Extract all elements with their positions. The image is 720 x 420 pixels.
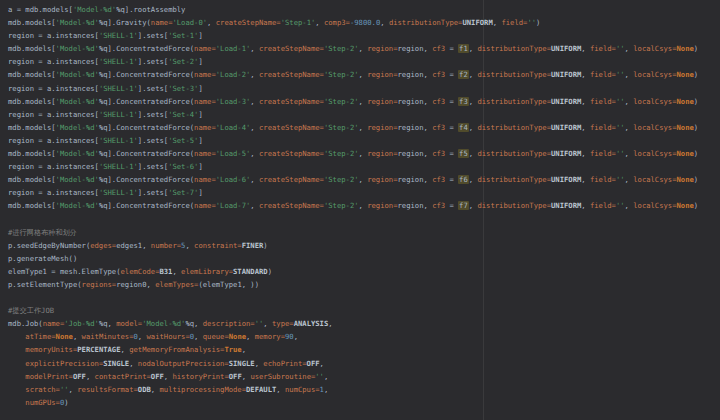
code-token <box>8 398 25 407</box>
code-token: , <box>194 332 203 341</box>
code-line[interactable]: a = mdb.models['Model-%d'%q].rootAssembl… <box>8 3 720 16</box>
code-line[interactable]: modelPrint=OFF, contactPrint=OFF, histor… <box>8 370 720 383</box>
code-token: region = a.instances[ <box>8 188 99 197</box>
code-token: mdb.models[ <box>8 44 56 53</box>
code-token: region, <box>398 70 433 79</box>
code-line[interactable]: mdb.models['Model-%d'%q].ConcentratedFor… <box>8 121 720 134</box>
code-line[interactable]: region = a.instances['SHELL-1'].sets['Se… <box>8 29 720 42</box>
code-token: localCsys= <box>633 123 676 132</box>
code-token: True <box>224 345 241 354</box>
code-token: name= <box>194 175 216 184</box>
code-token: None <box>677 123 694 132</box>
highlighted-variable-token: f2 <box>458 70 469 79</box>
code-token: None <box>677 175 694 184</box>
code-token: ] <box>198 110 202 119</box>
code-token: name= <box>151 18 173 27</box>
code-line[interactable]: region = a.instances['SHELL-1'].sets['Se… <box>8 82 720 95</box>
code-token: edges1, <box>116 241 151 250</box>
code-line[interactable]: mdb.Job(name='Job-%d'%q, model='Model-%d… <box>8 317 720 330</box>
code-token: , <box>250 149 259 158</box>
code-token: , <box>359 201 368 210</box>
code-line[interactable]: mdb.models['Model-%d'%q].ConcentratedFor… <box>8 147 720 160</box>
code-token: localCsys= <box>633 70 676 79</box>
code-line[interactable]: mdb.models['Model-%d'%q].ConcentratedFor… <box>8 68 720 81</box>
code-token: region= <box>367 175 397 184</box>
code-token: %q].ConcentratedForce( <box>99 44 194 53</box>
code-token: 'Set-7' <box>168 188 198 197</box>
code-token: cf3 <box>432 123 445 132</box>
code-token: None <box>229 332 246 341</box>
code-editor[interactable]: a = mdb.models['Model-%d'%q].rootAssembl… <box>0 0 720 420</box>
code-token: mdb.models[ <box>8 97 56 106</box>
code-token: ] <box>198 84 202 93</box>
code-line[interactable]: mdb.models['Model-%d'%q].ConcentratedFor… <box>8 95 720 108</box>
code-token: region= <box>367 44 397 53</box>
code-line[interactable]: atTime=None, waitMinutes=0, waitHours=0,… <box>8 330 720 343</box>
highlighted-variable-token: f1 <box>458 44 469 53</box>
code-token: 'SHELL-1' <box>99 110 138 119</box>
code-line[interactable]: p.generateMesh() <box>8 252 720 265</box>
code-token: ] <box>198 162 202 171</box>
code-token: UNIFORM <box>551 149 581 158</box>
code-token: 'Load-6' <box>216 175 251 184</box>
code-line[interactable]: p.seedEdgeByNumber(edges=edges1, number=… <box>8 239 720 252</box>
code-token: 'Model-%d' <box>56 149 99 158</box>
code-token: UNIFORM <box>551 123 581 132</box>
code-line[interactable]: mdb.models['Model-%d'%q].ConcentratedFor… <box>8 42 720 55</box>
code-token: field= <box>590 175 616 184</box>
code-token: %q, <box>99 319 116 328</box>
code-line[interactable]: elemType1 = mesh.ElemType(elemCode=B31, … <box>8 265 720 278</box>
code-line[interactable]: explicitPrecision=SINGLE, nodalOutputPre… <box>8 357 720 370</box>
code-line[interactable]: scratch='', resultsFormat=ODB, multiproc… <box>8 383 720 396</box>
code-token: ) <box>694 44 698 53</box>
code-token: '' <box>616 175 625 184</box>
code-line[interactable] <box>8 291 720 304</box>
code-line[interactable]: mdb.models['Model-%d'%q].ConcentratedFor… <box>8 173 720 186</box>
code-line[interactable]: #进行网格布种和划分 <box>8 226 720 239</box>
code-token: = <box>445 201 458 210</box>
code-token: memory= <box>255 332 285 341</box>
code-token: , <box>328 319 332 328</box>
code-line[interactable]: region = a.instances['SHELL-1'].sets['Se… <box>8 134 720 147</box>
code-token: , <box>581 149 590 158</box>
code-line[interactable]: mdb.models['Model-%d'%q].Gravity(name='L… <box>8 16 720 29</box>
code-token: FINER <box>242 241 264 250</box>
code-line[interactable]: #提交工作JOB <box>8 304 720 317</box>
code-token: 'Model-%d' <box>56 97 99 106</box>
code-line[interactable] <box>8 213 720 226</box>
code-token: '' <box>616 70 625 79</box>
code-token: , <box>625 97 634 106</box>
code-line[interactable]: region = a.instances['SHELL-1'].sets['Se… <box>8 186 720 199</box>
code-token: mdb.models[ <box>8 175 56 184</box>
code-token: createStepName= <box>259 175 324 184</box>
code-line[interactable]: region = a.instances['SHELL-1'].sets['Se… <box>8 160 720 173</box>
code-token: atTime= <box>25 332 55 341</box>
code-token: UNIFORM <box>551 201 581 210</box>
code-token: 'Set-4' <box>168 110 198 119</box>
code-line[interactable]: numGPUs=0) <box>8 396 720 409</box>
code-token: region = a.instances[ <box>8 84 99 93</box>
code-token: DEFAULT <box>246 385 276 394</box>
code-token: None <box>677 70 694 79</box>
code-token: 'Load-5' <box>216 149 251 158</box>
code-line[interactable]: region = a.instances['SHELL-1'].sets['Se… <box>8 108 720 121</box>
code-token: , <box>625 70 634 79</box>
code-line[interactable]: memoryUnits=PERCENTAGE, getMemoryFromAna… <box>8 343 720 356</box>
code-line[interactable]: p.setElementType(regions=region0, elemTy… <box>8 278 720 291</box>
code-token: description= <box>203 319 255 328</box>
code-token: 'Model-%d' <box>56 70 99 79</box>
code-line[interactable]: region = a.instances['SHELL-1'].sets['Se… <box>8 55 720 68</box>
code-token: None <box>677 201 694 210</box>
highlighted-variable-token: f5 <box>458 149 469 158</box>
code-token: ] <box>198 31 202 40</box>
code-token: , <box>86 372 95 381</box>
code-token: region= <box>367 149 397 158</box>
code-token: 'Load-3' <box>216 97 251 106</box>
code-token: '' <box>616 201 625 210</box>
code-token: 'Set-2' <box>168 57 198 66</box>
code-token: 'Model-%d' <box>56 201 99 210</box>
code-token: , <box>138 332 147 341</box>
code-token: ANALYSIS <box>294 319 329 328</box>
code-token: region = a.instances[ <box>8 110 99 119</box>
code-line[interactable]: mdb.models['Model-%d'%q].ConcentratedFor… <box>8 199 720 212</box>
